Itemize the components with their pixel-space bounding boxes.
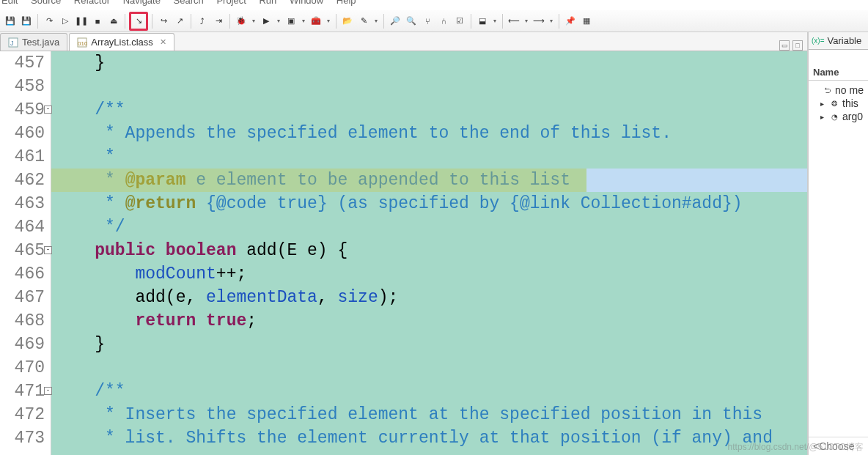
code-line[interactable]: add(e, elementData, size);: [54, 286, 807, 309]
line-number: 460: [0, 122, 45, 145]
dropdown-arrow-icon[interactable]: ▾: [275, 18, 282, 24]
code-editor[interactable]: 4574584594604614624634644654664674684694…: [0, 51, 807, 455]
step-into-icon[interactable]: ↘: [129, 12, 148, 31]
close-icon[interactable]: ✕: [160, 37, 166, 47]
forward-icon[interactable]: ⟶: [532, 14, 546, 29]
new-pkg-icon[interactable]: 📂: [340, 14, 355, 29]
menu-item[interactable]: Source: [31, 0, 61, 6]
ann2-icon[interactable]: ⑃: [436, 14, 451, 29]
line-number: 462: [0, 169, 45, 192]
code-line[interactable]: [54, 75, 807, 98]
coverage-icon[interactable]: ▣: [284, 14, 298, 29]
pin-icon[interactable]: 📌: [563, 14, 578, 29]
ann1-icon[interactable]: ⑂: [420, 14, 435, 29]
menu-item[interactable]: Project: [216, 0, 246, 6]
line-number: 463: [0, 192, 45, 215]
variable-name: no me: [835, 84, 864, 96]
line-number: 470: [0, 356, 45, 380]
line-number: 466: [0, 262, 45, 286]
code-line[interactable]: * list. Shifts the element currently at …: [54, 426, 807, 450]
skip-breakpoints-icon[interactable]: ↷: [42, 14, 56, 29]
code-line[interactable]: * Appends the specified element to the e…: [54, 122, 807, 145]
menu-item[interactable]: Navigate: [123, 0, 161, 6]
menu-item[interactable]: Refactor: [74, 0, 110, 6]
editor-tab-test[interactable]: J Test.java: [0, 33, 67, 51]
menu-item[interactable]: Window: [290, 0, 323, 6]
variables-tab[interactable]: (x)= Variable: [809, 32, 868, 50]
code-line[interactable]: public boolean add(E e) {: [54, 239, 807, 262]
code-line[interactable]: return true;: [54, 309, 807, 333]
nav-drop-icon[interactable]: ⬓: [475, 14, 490, 29]
line-number: 469: [0, 333, 45, 356]
disconnect-icon[interactable]: ⏏: [106, 14, 121, 29]
toolbar-separator: [37, 14, 38, 29]
variable-row[interactable]: ▸❂this: [809, 97, 868, 110]
code-line[interactable]: */: [54, 215, 807, 239]
step-out-icon[interactable]: ↗: [172, 14, 187, 29]
menu-item[interactable]: Edit: [1, 0, 18, 6]
save-icon[interactable]: 💾: [3, 14, 18, 29]
toolbar-separator: [383, 14, 384, 29]
new-class-icon[interactable]: ✎: [356, 14, 371, 29]
perspective-icon[interactable]: ▦: [579, 14, 594, 29]
code-line[interactable]: [54, 356, 807, 380]
dropdown-arrow-icon[interactable]: ▾: [523, 18, 530, 24]
expand-icon[interactable]: ▸: [817, 99, 826, 108]
task-icon[interactable]: ☑: [452, 14, 467, 29]
dropdown-arrow-icon[interactable]: ▾: [325, 18, 332, 24]
run-icon[interactable]: ▶: [259, 14, 273, 29]
java-file-icon: J: [8, 37, 18, 48]
expand-icon[interactable]: [817, 86, 820, 95]
maximize-view-icon[interactable]: □: [792, 40, 803, 51]
back-icon[interactable]: ⟵: [507, 14, 521, 29]
this-icon: ❂: [830, 99, 839, 108]
code-line[interactable]: /**: [54, 380, 807, 403]
variables-title: Variable: [828, 35, 862, 46]
code-body[interactable]: } /** * Appends the specified element to…: [51, 51, 807, 455]
code-line[interactable]: * @return {@code true} (as specified by …: [54, 192, 807, 215]
code-line[interactable]: }: [54, 51, 807, 75]
search-icon[interactable]: 🔍: [404, 14, 419, 29]
editor-tab-arraylist[interactable]: 010 ArrayList.class ✕: [69, 33, 174, 51]
step-over-icon[interactable]: ↪: [156, 14, 171, 29]
code-line[interactable]: /**: [54, 98, 807, 122]
toolbar-separator: [191, 14, 191, 29]
dropdown-arrow-icon[interactable]: ▾: [372, 18, 380, 24]
resume-icon[interactable]: ▷: [58, 14, 73, 29]
toolbar-separator: [152, 14, 152, 29]
pause-icon[interactable]: ❚❚: [74, 14, 89, 29]
menu-item[interactable]: Run: [259, 0, 276, 6]
dropdown-arrow-icon[interactable]: ▾: [250, 18, 257, 24]
code-line[interactable]: * @param e element to be appended to thi…: [54, 169, 807, 192]
save-all-icon[interactable]: 💾: [19, 14, 34, 29]
code-line[interactable]: * Inserts the specified element at the s…: [54, 403, 807, 426]
run-to-line-icon[interactable]: ⇥: [211, 14, 226, 29]
minimize-view-icon[interactable]: ▭: [779, 40, 790, 51]
line-number: 467: [0, 286, 45, 309]
ext-tools-icon[interactable]: 🧰: [309, 14, 323, 29]
variable-row[interactable]: ▸◔arg0: [809, 110, 868, 123]
code-line[interactable]: *: [54, 145, 807, 169]
open-type-icon[interactable]: 🔎: [388, 14, 402, 29]
variables-column-header[interactable]: Name: [809, 64, 868, 81]
bug-icon[interactable]: 🐞: [234, 14, 249, 29]
line-number: 457: [0, 51, 45, 75]
menu-item[interactable]: Help: [336, 0, 356, 6]
dropdown-arrow-icon[interactable]: ▾: [548, 18, 555, 24]
dropdown-arrow-icon[interactable]: ▾: [491, 18, 499, 24]
stop-icon[interactable]: ■: [90, 14, 105, 29]
variables-icon: (x)=: [812, 37, 825, 45]
arg-icon: ◔: [830, 112, 839, 121]
step-return-bp-icon[interactable]: ⤴: [195, 14, 210, 29]
dropdown-arrow-icon[interactable]: ▾: [300, 18, 307, 24]
code-line[interactable]: modCount++;: [54, 262, 807, 286]
expand-icon[interactable]: ▸: [817, 112, 826, 121]
choose-expression[interactable]: <Choose: [809, 437, 868, 455]
line-number: 459: [0, 98, 45, 122]
variable-row[interactable]: ⮌no me: [809, 84, 868, 97]
toolbar-separator: [229, 14, 230, 29]
menu-item[interactable]: Search: [174, 0, 204, 6]
code-line[interactable]: }: [54, 333, 807, 356]
toolbar-separator: [336, 14, 336, 29]
variable-name: arg0: [842, 111, 863, 122]
